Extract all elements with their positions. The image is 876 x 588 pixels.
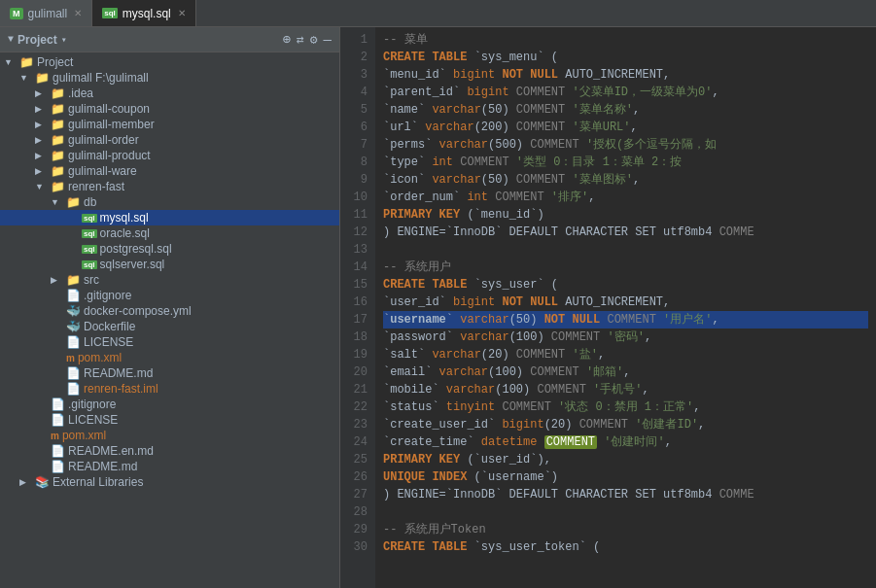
code-line-21: `mobile` varchar(100) COMMENT '手机号', [383,381,868,398]
iml-icon: 📄 [66,382,81,396]
project-icon-gear[interactable]: ⚙ [310,32,318,48]
tree-label-license2: LICENSE [84,335,133,349]
folder-icon-ware: 📁 [51,164,65,178]
tree-label-sqlserver-sql: sqlserver.sql [100,258,165,271]
code-line-25: PRIMARY KEY (`user_id`), [383,451,868,468]
tree-label-readme-en: README.en.md [68,444,154,458]
tree-item-src[interactable]: ▶ 📁 src [0,272,339,288]
tree-item-dockerfile[interactable]: 🐳 Dockerfile [0,319,339,334]
tree-item-docker-compose[interactable]: 🐳 docker-compose.yml [0,303,339,319]
comment-highlight: COMMENT [544,435,597,449]
license-icon: 📄 [51,413,65,427]
code-line-1: -- 菜单 [383,31,868,49]
code-line-26: UNIQUE INDEX (`username`) [383,468,868,486]
tree-label-coupon: gulimall-coupon [68,102,150,116]
folder-icon-member: 📁 [51,118,65,131]
md-icon-en: 📄 [51,444,65,458]
code-line-11: PRIMARY KEY (`menu_id`) [383,206,868,224]
tree-label-gitignore2: .gitignore [84,289,131,302]
tree-item-ware[interactable]: ▶ 📁 gulimall-ware [0,163,339,179]
tree-item-license2[interactable]: 📄 LICENSE [0,334,339,350]
tree-item-postgresql-sql[interactable]: sql postgresql.sql [0,241,339,257]
line-numbers: 1 2 3 4 5 6 7 8 9 10 11 12 13 14 15 16 1… [340,27,375,588]
code-line-8: `type` int COMMENT '类型 0：目录 1：菜单 2：按 [383,154,868,171]
tree-item-pom2[interactable]: m pom.xml [0,350,339,365]
tree-label-order: gulimall-order [68,133,139,147]
tree-item-product[interactable]: ▶ 📁 gulimall-product [0,148,339,163]
tree-label-ware: gulimall-ware [68,164,137,178]
code-line-20: `email` varchar(100) COMMENT '邮箱', [383,363,868,381]
tree-item-ext-libs[interactable]: ▶ 📚 External Libraries [0,474,339,490]
folder-icon-coupon: 📁 [51,102,65,116]
folder-icon-order: 📁 [51,133,65,147]
tab-gulimall[interactable]: M gulimall ✕ [0,0,92,26]
tree-item-mysql-sql[interactable]: sql mysql.sql [0,210,339,225]
git-icon: 📄 [51,398,65,411]
tree-item-order[interactable]: ▶ 📁 gulimall-order [0,132,339,148]
editor-content[interactable]: 1 2 3 4 5 6 7 8 9 10 11 12 13 14 15 16 1… [340,27,876,588]
project-icon-sync[interactable]: ⇄ [297,32,304,48]
tree-item-renren[interactable]: ▼ 📁 renren-fast [0,179,339,194]
tree-item-oracle-sql[interactable]: sql oracle.sql [0,225,339,241]
tree-item-readme-en[interactable]: 📄 README.en.md [0,443,339,459]
code-content[interactable]: -- 菜单 CREATE TABLE `sys_menu` ( `menu_id… [375,27,876,588]
code-line-27: ) ENGINE=`InnoDB` DEFAULT CHARACTER SET … [383,486,868,503]
project-panel-settings: ▾ [61,34,67,46]
project-expand-icon[interactable]: ▼ [8,34,14,45]
tree-item-db[interactable]: ▼ 📁 db [0,194,339,210]
tree-item-gitignore[interactable]: 📄 .gitignore [0,397,339,412]
code-line-16: `user_id` bigint NOT NULL AUTO_INCREMENT… [383,294,868,311]
project-tree: ▼ 📁 Project ▼ 📁 gulimall F:\gulimall ▶ 📁… [0,52,339,588]
sql-file-icon-oracle: sql [82,229,97,238]
mysql-tab-close[interactable]: ✕ [178,8,186,18]
git-icon2: 📄 [66,289,81,302]
folder-icon-gulimall: 📁 [35,71,50,85]
code-line-2: CREATE TABLE `sys_menu` ( [383,49,868,66]
code-line-6: `url` varchar(200) COMMENT '菜单URL', [383,119,868,136]
tree-item-readme2[interactable]: 📄 README.md [0,365,339,381]
code-line-10: `order_num` int COMMENT '排序', [383,189,868,206]
tree-item-root[interactable]: ▼ 📁 Project [0,54,339,70]
folder-icon-idea: 📁 [51,86,65,100]
gulimall-tab-close[interactable]: ✕ [74,8,82,18]
tree-item-readme[interactable]: 📄 README.md [0,459,339,474]
tree-item-sqlserver-sql[interactable]: sql sqlserver.sql [0,257,339,272]
code-line-19: `salt` varchar(20) COMMENT '盐', [383,346,868,363]
lib-icon: 📚 [35,475,50,489]
code-line-29: -- 系统用户Token [383,521,868,538]
tree-item-license[interactable]: 📄 LICENSE [0,412,339,428]
tree-label-gitignore: .gitignore [68,398,116,411]
gulimall-tab-icon: M [10,8,23,19]
dockerfile-icon: 🐳 [66,320,81,333]
folder-icon-src: 📁 [66,273,81,287]
tab-mysql[interactable]: sql mysql.sql ✕ [92,0,196,26]
sql-file-icon-ss: sql [82,260,97,269]
tree-item-iml[interactable]: 📄 renren-fast.iml [0,381,339,397]
code-line-4: `parent_id` bigint COMMENT '父菜单ID，一级菜单为0… [383,84,868,101]
project-icon-minus[interactable]: — [324,32,332,48]
tree-item-idea[interactable]: ▶ 📁 .idea [0,86,339,101]
tree-label-idea: .idea [68,86,93,100]
code-line-17: `username` varchar(50) NOT NULL COMMENT … [383,311,868,329]
folder-icon: 📁 [19,55,34,69]
tree-label-oracle-sql: oracle.sql [100,226,150,240]
tree-item-pom[interactable]: m pom.xml [0,428,339,443]
tree-item-coupon[interactable]: ▶ 📁 gulimall-coupon [0,101,339,117]
tree-item-gitignore2[interactable]: 📄 .gitignore [0,288,339,303]
tree-item-gulimall[interactable]: ▼ 📁 gulimall F:\gulimall [0,70,339,86]
xml-icon2: m [66,353,75,363]
code-line-12: ) ENGINE=`InnoDB` DEFAULT CHARACTER SET … [383,224,868,241]
editor-area: 1 2 3 4 5 6 7 8 9 10 11 12 13 14 15 16 1… [340,27,876,588]
code-line-28 [383,503,868,521]
code-line-5: `name` varchar(50) COMMENT '菜单名称', [383,101,868,119]
code-line-30: CREATE TABLE `sys_user_token` ( [383,538,868,556]
code-line-24: `create_time` datetime COMMENT '创建时间', [383,433,868,451]
tree-label-pom: pom.xml [62,429,106,442]
project-icon-target[interactable]: ⊕ [283,31,291,48]
tree-label-readme2: README.md [84,366,153,380]
tree-label-mysql-sql: mysql.sql [100,211,149,225]
docker-icon: 🐳 [66,304,81,318]
tree-item-member[interactable]: ▶ 📁 gulimall-member [0,117,339,132]
tree-label-product: gulimall-product [68,149,151,162]
tree-label-src: src [84,273,99,287]
